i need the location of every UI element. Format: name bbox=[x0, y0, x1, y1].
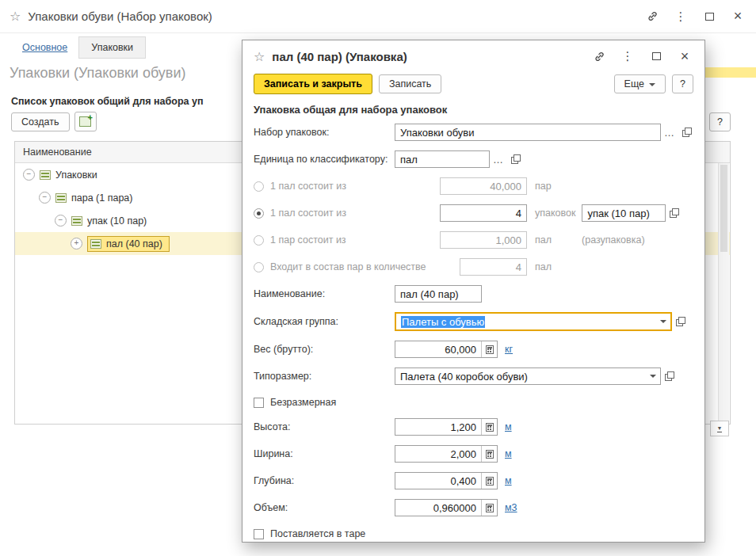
tab-main-link[interactable]: Основное bbox=[22, 42, 67, 53]
save-and-close-button[interactable]: Записать и закрыть bbox=[254, 74, 372, 94]
unit-input[interactable]: пал bbox=[395, 150, 490, 168]
collapse-icon[interactable] bbox=[55, 215, 67, 227]
end-arrow-icon: ▼ bbox=[717, 425, 723, 432]
pack-ref-input[interactable]: упак (10 пар) bbox=[582, 204, 666, 222]
open-icon[interactable] bbox=[670, 208, 679, 218]
tare-label: Поставляется в таре bbox=[270, 528, 365, 539]
volume-input[interactable]: 0,960000 bbox=[395, 499, 498, 516]
ratio-row-3: 1 пар состоит из 1,000 пал (разупаковка) bbox=[254, 231, 693, 249]
dimensionless-checkbox[interactable] bbox=[254, 398, 264, 408]
selected-cell[interactable]: пал (40 пар) bbox=[87, 236, 170, 252]
dropdown-arrow-icon[interactable] bbox=[656, 314, 670, 329]
tree-row-label: упак (10 пар) bbox=[87, 215, 147, 227]
open-icon[interactable] bbox=[682, 128, 692, 137]
create-button[interactable]: Создать bbox=[11, 112, 70, 131]
scrollbar-thumb[interactable] bbox=[720, 165, 727, 252]
tree-row-label: пара (1 пара) bbox=[71, 192, 132, 204]
page-title: Упаковки (Упаковки обуви) bbox=[10, 65, 185, 82]
collapse-icon[interactable] bbox=[39, 192, 51, 204]
name-label: Наименование: bbox=[254, 288, 395, 299]
volume-unit-link[interactable]: м3 bbox=[505, 502, 517, 513]
unpack-count-input[interactable]: 1,000 bbox=[440, 231, 527, 249]
depth-unit-link[interactable]: м bbox=[505, 475, 512, 486]
main-window-nav: Основное Упаковки bbox=[22, 36, 146, 59]
help-button-dialog[interactable]: ? bbox=[672, 74, 693, 93]
height-input[interactable]: 1,200 bbox=[395, 418, 498, 436]
dialog-form: Набор упаковок: Упаковки обуви Единица п… bbox=[242, 122, 704, 551]
width-label: Ширина: bbox=[254, 448, 395, 459]
ratio-row-1: 1 пал состоит из 40,000 пар bbox=[254, 177, 693, 195]
packing-dialog: ☆ пал (40 пар) (Упаковка) Записать и зак… bbox=[242, 40, 705, 543]
width-unit-link[interactable]: м bbox=[505, 448, 512, 459]
vertical-scrollbar[interactable] bbox=[718, 163, 729, 423]
choose-button[interactable] bbox=[664, 127, 675, 139]
open-icon[interactable] bbox=[676, 317, 685, 326]
section-title: Упаковка общая для набора упаковок bbox=[242, 101, 704, 122]
close-dialog-button[interactable] bbox=[676, 48, 693, 65]
size-type-label: Типоразмер: bbox=[254, 371, 395, 382]
dialog-titlebar: ☆ пал (40 пар) (Упаковка) bbox=[242, 40, 704, 72]
set-label: Набор упаковок: bbox=[254, 127, 395, 138]
more-menu-icon[interactable] bbox=[672, 8, 689, 25]
width-input[interactable]: 2,000 bbox=[395, 445, 498, 463]
tare-checkbox[interactable] bbox=[254, 529, 264, 539]
close-button[interactable] bbox=[729, 8, 746, 25]
size-type-combo[interactable]: Палета (40 коробок обуви) bbox=[395, 367, 661, 385]
main-window-title: Упаковки обуви (Набор упаковок) bbox=[28, 10, 212, 23]
weight-input[interactable]: 60,000 bbox=[395, 341, 498, 358]
calculator-icon bbox=[486, 504, 494, 512]
radio-part-of-pair[interactable] bbox=[254, 262, 264, 272]
dropdown-arrow-icon[interactable] bbox=[646, 368, 660, 384]
calculator-button[interactable] bbox=[481, 500, 497, 516]
create-group-button[interactable] bbox=[74, 112, 97, 131]
tree-row-label: пал (40 пар) bbox=[106, 238, 162, 249]
ratio-row-4: Входит в состав пар в количестве 4 пал bbox=[254, 258, 693, 276]
radio-pallet-pairs[interactable] bbox=[254, 181, 264, 192]
packs-count-input[interactable]: 4 bbox=[440, 204, 527, 222]
more-actions-button[interactable]: Еще bbox=[614, 74, 666, 93]
help-button-main[interactable]: ? bbox=[709, 112, 731, 131]
scroll-to-end-button[interactable]: ▼ bbox=[710, 421, 729, 436]
expand-icon[interactable] bbox=[71, 238, 82, 249]
collapse-icon[interactable] bbox=[23, 169, 35, 181]
more-menu-icon[interactable] bbox=[619, 48, 636, 65]
chevron-down-icon bbox=[649, 83, 655, 86]
favorite-star-icon[interactable]: ☆ bbox=[254, 49, 265, 64]
favorite-star-icon[interactable]: ☆ bbox=[10, 9, 21, 24]
calculator-button[interactable] bbox=[481, 473, 497, 489]
radio-pallet-packs[interactable] bbox=[254, 208, 264, 219]
part-count-input[interactable]: 4 bbox=[460, 258, 527, 276]
package-icon bbox=[71, 216, 82, 226]
name-input[interactable]: пал (40 пар) bbox=[395, 285, 482, 303]
height-unit-link[interactable]: м bbox=[505, 421, 512, 432]
copy-link-icon[interactable] bbox=[643, 8, 661, 25]
radio-pair-pallets[interactable] bbox=[254, 235, 264, 246]
package-icon bbox=[55, 193, 67, 203]
package-icon bbox=[90, 239, 101, 249]
tab-packings[interactable]: Упаковки bbox=[78, 36, 146, 59]
volume-label: Объем: bbox=[254, 502, 395, 513]
dialog-title: пал (40 пар) (Упаковка) bbox=[272, 50, 407, 63]
maximize-button[interactable] bbox=[701, 8, 718, 25]
warehouse-group-combo[interactable]: Палеты с обувью bbox=[395, 312, 672, 331]
highlighted-row-fragment bbox=[705, 67, 756, 78]
selected-text: Палеты с обувью bbox=[401, 316, 485, 328]
choose-button[interactable] bbox=[493, 154, 504, 166]
weight-unit-link[interactable]: кг bbox=[505, 344, 513, 355]
maximize-button[interactable] bbox=[647, 48, 665, 65]
screen: ☆ Упаковки обуви (Набор упаковок) Основн… bbox=[0, 0, 756, 556]
save-button[interactable]: Записать bbox=[379, 74, 441, 93]
add-group-icon bbox=[79, 116, 91, 127]
open-icon[interactable] bbox=[511, 154, 521, 164]
calculator-button[interactable] bbox=[481, 419, 497, 435]
pairs-count-input[interactable]: 40,000 bbox=[440, 177, 527, 195]
depth-input[interactable]: 0,400 bbox=[395, 472, 498, 489]
tree-row-label: Упаковки bbox=[55, 169, 97, 181]
set-input[interactable]: Упаковки обуви bbox=[395, 124, 661, 141]
calculator-button[interactable] bbox=[481, 446, 497, 462]
unit-label: Единица по классификатору: bbox=[254, 154, 395, 165]
copy-link-icon[interactable] bbox=[590, 48, 608, 65]
open-icon[interactable] bbox=[665, 371, 674, 381]
calculator-button[interactable] bbox=[481, 341, 497, 357]
calculator-icon bbox=[486, 423, 494, 432]
